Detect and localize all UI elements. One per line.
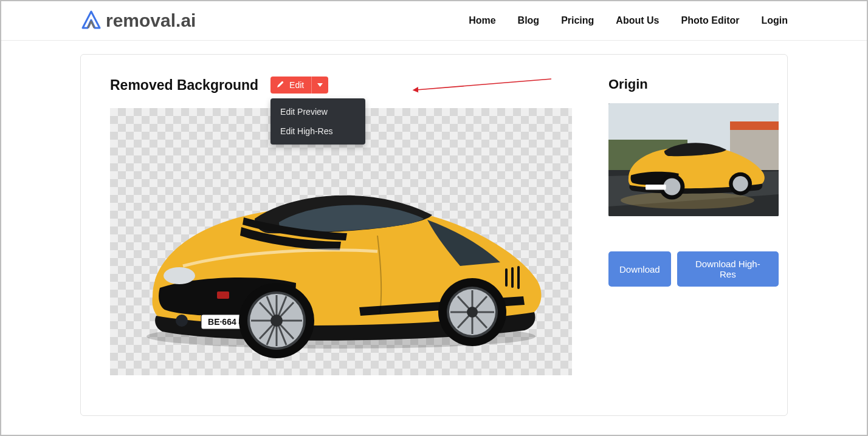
nav-home[interactable]: Home [469,15,495,26]
nav-about[interactable]: About Us [616,15,659,26]
removed-background-panel: Removed Background Edit Edit Preview Edi… [110,77,572,393]
origin-panel: Origin [608,77,779,393]
site-header: removal.ai Home Blog Pricing About Us Ph… [1,1,867,41]
brand-logo-mark-icon [80,10,102,32]
brand-name: removal.ai [106,10,196,31]
download-button[interactable]: Download [608,251,671,287]
download-highres-button[interactable]: Download High-Res [677,251,779,287]
svg-point-33 [621,192,754,209]
svg-point-4 [176,315,188,327]
edit-dropdown-toggle[interactable] [311,77,328,94]
svg-rect-38 [646,185,666,189]
svg-rect-27 [517,266,520,289]
brand-logo[interactable]: removal.ai [80,10,196,32]
origin-title: Origin [608,77,779,92]
svg-point-16 [270,315,283,327]
edit-button-label: Edit [289,80,304,90]
edit-dropdown-menu: Edit Preview Edit High-Res [270,98,365,145]
nav-login[interactable]: Login [761,15,788,26]
svg-rect-31 [730,121,779,130]
main-nav: Home Blog Pricing About Us Photo Editor … [469,15,788,26]
edit-button-group: Edit Edit Preview Edit High-Res [270,77,328,94]
svg-point-24 [467,307,478,318]
nav-photo-editor[interactable]: Photo Editor [681,15,739,26]
caret-down-icon [317,81,323,90]
svg-point-37 [733,176,748,191]
car-cutout-image: PERFORMANCE BE·664 462 [116,145,566,363]
nav-blog[interactable]: Blog [518,15,540,26]
result-card: Removed Background Edit Edit Preview Edi… [80,54,788,416]
removed-background-title: Removed Background [110,77,258,94]
removed-background-preview: PERFORMANCE BE·664 462 [110,108,572,375]
left-header: Removed Background Edit Edit Preview Edi… [110,77,572,94]
pencil-icon [277,80,284,90]
svg-rect-26 [511,267,514,288]
dropdown-edit-preview[interactable]: Edit Preview [270,102,365,121]
download-buttons: Download Download High-Res [608,251,779,287]
origin-thumbnail[interactable] [608,103,779,216]
svg-point-3 [164,267,195,284]
dropdown-edit-highres[interactable]: Edit High-Res [270,121,365,141]
svg-rect-25 [505,268,508,287]
edit-button[interactable]: Edit [270,77,311,94]
svg-rect-2 [217,291,229,299]
nav-pricing[interactable]: Pricing [561,15,594,26]
